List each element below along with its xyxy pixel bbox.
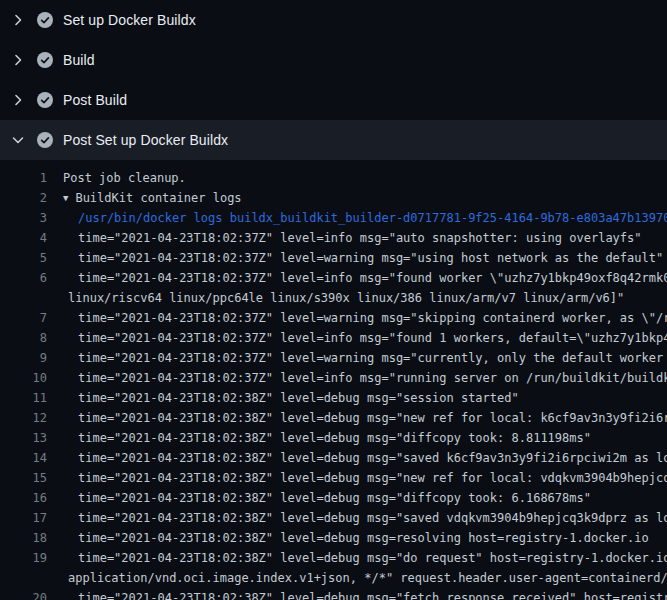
check-circle-icon bbox=[37, 52, 53, 68]
log-line: 1Post job cleanup. bbox=[0, 168, 667, 188]
step-title: Post Set up Docker Buildx bbox=[63, 132, 228, 148]
actions-log-viewer: Set up Docker Buildx Build Post Build Po… bbox=[0, 0, 667, 600]
log-line-text: time="2021-04-23T18:02:38Z" level=debug … bbox=[47, 468, 667, 488]
log-line: application/vnd.oci.image.index.v1+json,… bbox=[0, 568, 667, 588]
line-number[interactable]: 5 bbox=[0, 248, 47, 268]
log-line: 6time="2021-04-23T18:02:37Z" level=info … bbox=[0, 268, 667, 288]
log-line: 5time="2021-04-23T18:02:37Z" level=warni… bbox=[0, 248, 667, 268]
log-line: 18time="2021-04-23T18:02:38Z" level=debu… bbox=[0, 528, 667, 548]
log-line: linux/riscv64 linux/ppc64le linux/s390x … bbox=[0, 288, 667, 308]
line-number[interactable]: 6 bbox=[0, 268, 47, 288]
line-number[interactable]: 10 bbox=[0, 368, 47, 388]
line-number[interactable]: 12 bbox=[0, 408, 47, 428]
log-line-text: /usr/bin/docker logs buildx_buildkit_bui… bbox=[47, 208, 667, 228]
log-line: 11time="2021-04-23T18:02:38Z" level=debu… bbox=[0, 388, 667, 408]
line-number[interactable]: 3 bbox=[0, 208, 47, 228]
log-line-text: time="2021-04-23T18:02:38Z" level=debug … bbox=[47, 508, 667, 528]
log-line-text: time="2021-04-23T18:02:37Z" level=info m… bbox=[47, 368, 667, 388]
log-line: 13time="2021-04-23T18:02:38Z" level=debu… bbox=[0, 428, 667, 448]
log-line: 17time="2021-04-23T18:02:38Z" level=debu… bbox=[0, 508, 667, 528]
line-number[interactable]: 7 bbox=[0, 308, 47, 328]
log-line: 15time="2021-04-23T18:02:38Z" level=debu… bbox=[0, 468, 667, 488]
line-number[interactable]: 2 bbox=[0, 188, 47, 208]
chevron-right-icon bbox=[10, 12, 26, 28]
step-build[interactable]: Build bbox=[0, 40, 667, 80]
log-line: 20time="2021-04-23T18:02:38Z" level=debu… bbox=[0, 588, 667, 600]
log-line-text: time="2021-04-23T18:02:37Z" level=info m… bbox=[47, 228, 642, 248]
log-line: 12time="2021-04-23T18:02:38Z" level=debu… bbox=[0, 408, 667, 428]
log-line: 19time="2021-04-23T18:02:38Z" level=debu… bbox=[0, 548, 667, 568]
line-number[interactable]: 20 bbox=[0, 588, 47, 600]
line-number[interactable]: 17 bbox=[0, 508, 47, 528]
log-line: 16time="2021-04-23T18:02:38Z" level=debu… bbox=[0, 488, 667, 508]
line-number[interactable]: 4 bbox=[0, 228, 47, 248]
log-line-text: linux/riscv64 linux/ppc64le linux/s390x … bbox=[47, 288, 624, 308]
check-circle-icon bbox=[37, 132, 53, 148]
line-number[interactable]: 15 bbox=[0, 468, 47, 488]
log-line-text: time="2021-04-23T18:02:37Z" level=info m… bbox=[47, 328, 667, 348]
log-line-text: time="2021-04-23T18:02:38Z" level=debug … bbox=[47, 388, 519, 408]
log-line: 4time="2021-04-23T18:02:37Z" level=info … bbox=[0, 228, 667, 248]
check-circle-icon bbox=[37, 12, 53, 28]
line-number[interactable]: 8 bbox=[0, 328, 47, 348]
log-line-text: time="2021-04-23T18:02:38Z" level=debug … bbox=[47, 588, 667, 600]
log-line: 9time="2021-04-23T18:02:37Z" level=warni… bbox=[0, 348, 667, 368]
log-line: 7time="2021-04-23T18:02:37Z" level=warni… bbox=[0, 308, 667, 328]
group-collapse-icon[interactable]: ▼ bbox=[63, 188, 68, 208]
line-number[interactable]: 1 bbox=[0, 168, 47, 188]
log-line-text: application/vnd.oci.image.index.v1+json,… bbox=[47, 568, 667, 588]
chevron-down-icon bbox=[10, 132, 26, 148]
log-line: 2▼BuildKit container logs bbox=[0, 188, 667, 208]
line-number[interactable]: 18 bbox=[0, 528, 47, 548]
log-line: 3/usr/bin/docker logs buildx_buildkit_bu… bbox=[0, 208, 667, 228]
log-line-text: time="2021-04-23T18:02:37Z" level=warnin… bbox=[47, 308, 667, 328]
check-circle-icon bbox=[37, 92, 53, 108]
log-line-text: time="2021-04-23T18:02:38Z" level=debug … bbox=[47, 428, 591, 448]
line-number[interactable]: 16 bbox=[0, 488, 47, 508]
chevron-right-icon bbox=[10, 52, 26, 68]
log-line-text: time="2021-04-23T18:02:37Z" level=warnin… bbox=[47, 348, 667, 368]
log-line-text: time="2021-04-23T18:02:37Z" level=warnin… bbox=[47, 248, 663, 268]
log-line: 10time="2021-04-23T18:02:37Z" level=info… bbox=[0, 368, 667, 388]
log-area: 1Post job cleanup.2▼BuildKit container l… bbox=[0, 160, 667, 600]
log-line-text: time="2021-04-23T18:02:38Z" level=debug … bbox=[47, 548, 667, 568]
log-rows: 1Post job cleanup.2▼BuildKit container l… bbox=[0, 168, 667, 600]
step-title: Build bbox=[63, 52, 95, 68]
log-line: 8time="2021-04-23T18:02:37Z" level=info … bbox=[0, 328, 667, 348]
log-line: 14time="2021-04-23T18:02:38Z" level=debu… bbox=[0, 448, 667, 468]
group-title[interactable]: BuildKit container logs bbox=[75, 191, 241, 205]
chevron-right-icon bbox=[10, 92, 26, 108]
line-number[interactable]: 14 bbox=[0, 448, 47, 468]
step-title: Post Build bbox=[63, 92, 127, 108]
step-title: Set up Docker Buildx bbox=[63, 12, 196, 28]
log-line-text: time="2021-04-23T18:02:37Z" level=info m… bbox=[47, 268, 667, 288]
step-post-set-up-docker-buildx[interactable]: Post Set up Docker Buildx bbox=[0, 120, 667, 160]
step-post-build[interactable]: Post Build bbox=[0, 80, 667, 120]
log-line-text: time="2021-04-23T18:02:38Z" level=debug … bbox=[47, 408, 667, 428]
log-line-text: time="2021-04-23T18:02:38Z" level=debug … bbox=[47, 528, 649, 548]
line-number[interactable]: 13 bbox=[0, 428, 47, 448]
log-line-text: Post job cleanup. bbox=[47, 168, 186, 188]
line-number[interactable]: 19 bbox=[0, 548, 47, 568]
log-line-text: ▼BuildKit container logs bbox=[47, 188, 242, 208]
log-line-text: time="2021-04-23T18:02:38Z" level=debug … bbox=[47, 448, 667, 468]
line-number[interactable]: 9 bbox=[0, 348, 47, 368]
line-number[interactable]: 11 bbox=[0, 388, 47, 408]
log-line-text: time="2021-04-23T18:02:38Z" level=debug … bbox=[47, 488, 591, 508]
step-set-up-docker-buildx[interactable]: Set up Docker Buildx bbox=[0, 0, 667, 40]
